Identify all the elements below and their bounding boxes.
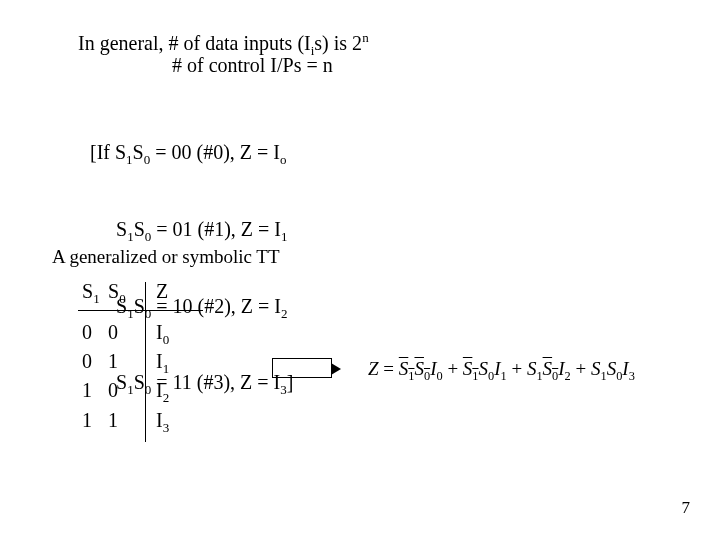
sub: 1 — [281, 229, 288, 244]
page-number: 7 — [682, 498, 691, 518]
truth-table: S1 S0 Z 0 0 I0 0 1 I1 1 0 I2 1 1 I3 — [82, 278, 166, 436]
sub: 3 — [629, 369, 635, 383]
sup-n: n — [362, 30, 369, 45]
col-s0-header: S0 — [108, 278, 138, 307]
var-z: Z — [368, 358, 379, 379]
var-s: S — [479, 358, 489, 379]
sub: o — [280, 152, 287, 167]
table-row: 0 0 I0 — [82, 319, 166, 348]
text: s) is 2 — [314, 32, 362, 54]
equation: Z = S1S0I0 + S1S0I1 + S1S0I2 + S1S0I3 — [368, 358, 635, 384]
cell: I1 — [138, 348, 166, 377]
text: S — [134, 218, 145, 240]
text: In general, # of data inputs (I — [78, 32, 311, 54]
var-s: S — [527, 358, 537, 379]
cell: I2 — [138, 377, 166, 406]
s1-bar: S1 — [399, 358, 415, 384]
header-line2: # of control I/Ps = n — [172, 54, 333, 77]
text: S — [108, 280, 119, 302]
table-vertical-divider — [145, 282, 146, 442]
if-line-0: [If S1S0 = 00 (#0), Z = Io — [70, 116, 293, 193]
cell: 0 — [108, 319, 138, 345]
text: I — [156, 409, 163, 431]
text: S — [82, 280, 93, 302]
col-z-header: Z — [138, 278, 166, 304]
var-s: S — [607, 358, 617, 379]
table-row: 1 0 I2 — [82, 377, 166, 406]
table-horizontal-divider — [78, 310, 203, 311]
tt-header: S1 S0 Z — [82, 278, 166, 307]
text: S — [414, 358, 424, 379]
text: S — [116, 218, 127, 240]
table-row: 1 1 I3 — [82, 407, 166, 436]
text: I — [156, 350, 163, 372]
sub: 1 — [93, 291, 100, 306]
cell: 1 — [108, 407, 138, 433]
text: = 10 (#2), Z = I — [151, 295, 281, 317]
tt-caption: A generalized or symbolic TT — [52, 246, 280, 268]
cell: 0 — [82, 319, 108, 345]
text: S — [133, 141, 144, 163]
text: [If S — [90, 141, 126, 163]
text: S — [463, 358, 473, 379]
col-s1-header: S1 — [82, 278, 108, 307]
sub: 0 — [119, 291, 126, 306]
arrow-right-icon — [272, 358, 332, 378]
sub: 2 — [163, 390, 170, 405]
sub: 2 — [281, 306, 288, 321]
sub: 3 — [163, 420, 170, 435]
text: S — [399, 358, 409, 379]
cell: 1 — [82, 407, 108, 433]
cell: I3 — [138, 407, 166, 436]
text: S — [543, 358, 553, 379]
cell: 1 — [108, 348, 138, 374]
text: I — [156, 379, 163, 401]
cell: I0 — [138, 319, 166, 348]
text: = 01 (#1), Z = I — [151, 218, 281, 240]
text: I — [156, 321, 163, 343]
sub: 1 — [163, 361, 170, 376]
plus: + — [571, 358, 591, 379]
text: = 11 (#3), Z = I — [151, 371, 280, 393]
table-row: 0 1 I1 — [82, 348, 166, 377]
plus: + — [507, 358, 527, 379]
s0-bar: S0 — [543, 358, 559, 384]
s0-bar: S0 — [414, 358, 430, 384]
s1-bar: S1 — [463, 358, 479, 384]
equals: = — [379, 358, 399, 379]
sub: 0 — [163, 332, 170, 347]
cell: 1 — [82, 377, 108, 403]
text: = 00 (#0), Z = I — [150, 141, 280, 163]
cell: 0 — [82, 348, 108, 374]
cell: 0 — [108, 377, 138, 403]
plus: + — [443, 358, 463, 379]
